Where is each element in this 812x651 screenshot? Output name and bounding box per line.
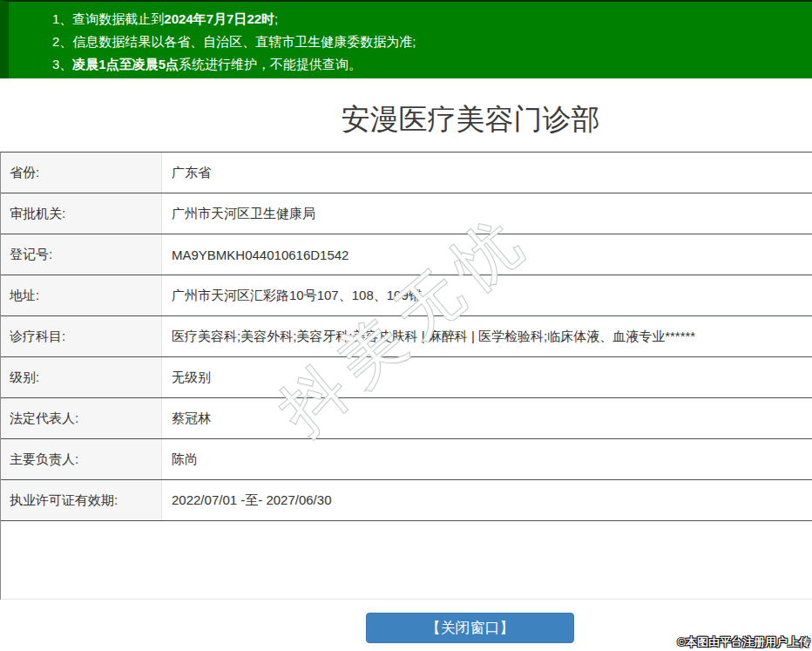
- table-row-level: 级别: 无级别: [1, 357, 812, 398]
- table-row-principal: 主要负责人: 陈尚: [1, 439, 812, 480]
- row-label: 级别:: [1, 357, 162, 397]
- row-label: 执业许可证有效期:: [1, 480, 162, 520]
- close-window-button[interactable]: 【关闭窗口】: [366, 613, 574, 643]
- row-label: 主要负责人:: [1, 439, 162, 479]
- notice-bold-text: 2024年7月7日22时: [164, 11, 274, 26]
- row-value: 蔡冠林: [162, 398, 812, 438]
- table-row-medical-subjects: 诊疗科目: 医疗美容科;美容外科;美容牙科;美容皮肤科 | 麻醉科 | 医学检验…: [1, 316, 812, 357]
- table-row-legal-representative: 法定代表人: 蔡冠林: [1, 398, 812, 439]
- notice-bold-text: 凌晨1点至凌晨5点: [72, 57, 179, 71]
- notice-text: 查询数据截止到: [72, 11, 164, 26]
- table-row-license-validity: 执业许可证有效期: 2022/07/01 -至- 2027/06/30: [1, 480, 812, 521]
- institution-title: 安漫医疗美容门诊部: [0, 99, 812, 139]
- notice-number: 1、: [52, 11, 72, 26]
- row-value: 医疗美容科;美容外科;美容牙科;美容皮肤科 | 麻醉科 | 医学检验科;临床体液…: [162, 316, 812, 356]
- row-value: 广州市天河区卫生健康局: [162, 193, 812, 234]
- row-value: MA9YBMKH044010616D1542: [162, 234, 812, 275]
- notice-text: ;: [274, 11, 278, 26]
- row-value: 2022/07/01 -至- 2027/06/30: [162, 480, 812, 520]
- table-row-address: 地址: 广州市天河区汇彩路10号107、108、109铺: [1, 275, 812, 316]
- upload-credit-watermark: ©本图由平台注册用户上传: [677, 634, 810, 650]
- row-value: 无级别: [162, 357, 812, 397]
- row-label: 登记号:: [1, 234, 162, 275]
- row-value: 广州市天河区汇彩路10号107、108、109铺: [162, 275, 812, 315]
- row-label: 审批机关:: [1, 193, 162, 234]
- notice-number: 2、: [52, 34, 72, 49]
- table-empty-space: [1, 521, 812, 600]
- table-row-registration-number: 登记号: MA9YBMKH044010616D1542: [1, 234, 812, 275]
- record-table: 省份: 广东省 审批机关: 广州市天河区卫生健康局 登记号: MA9YBMKH0…: [0, 152, 812, 600]
- row-label: 法定代表人:: [1, 398, 162, 438]
- notice-number: 3、: [52, 57, 72, 71]
- notice-item-1: 1、查询数据截止到2024年7月7日22时;: [52, 8, 812, 31]
- notice-banner: 1、查询数据截止到2024年7月7日22时; 2、信息数据结果以各省、自治区、直…: [0, 0, 812, 78]
- notice-item-3: 3、凌晨1点至凌晨5点系统进行维护，不能提供查询。: [52, 53, 812, 76]
- table-row-province: 省份: 广东省: [1, 153, 812, 193]
- table-row-approval-authority: 审批机关: 广州市天河区卫生健康局: [1, 193, 812, 234]
- row-label: 省份:: [1, 153, 162, 193]
- row-value: 陈尚: [162, 439, 812, 479]
- row-value: 广东省: [162, 153, 812, 193]
- notice-item-2: 2、信息数据结果以各省、自治区、直辖市卫生健康委数据为准;: [52, 31, 812, 53]
- notice-text: 系统进行维护，不能提供查询。: [179, 57, 362, 71]
- query-result-page: 1、查询数据截止到2024年7月7日22时; 2、信息数据结果以各省、自治区、直…: [0, 0, 812, 651]
- notice-text: 信息数据结果以各省、自治区、直辖市卫生健康委数据为准;: [72, 34, 416, 49]
- row-label: 地址:: [1, 275, 162, 315]
- row-label: 诊疗科目:: [1, 316, 162, 356]
